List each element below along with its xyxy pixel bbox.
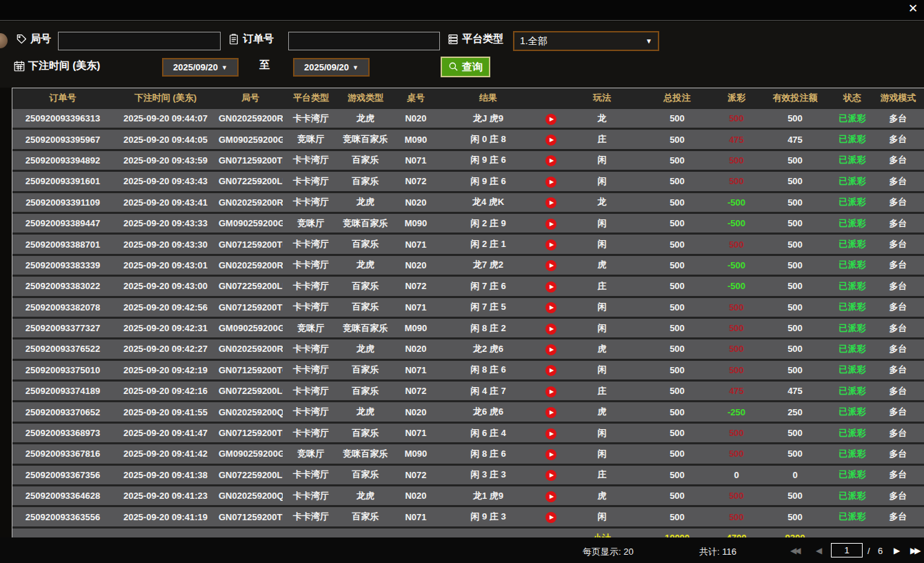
result-cell: 闲 8 庄 2 (440, 317, 536, 338)
replay-play-icon[interactable]: ▶ (545, 407, 556, 418)
platform-cell: 卡卡湾厅 (283, 234, 339, 255)
payout-cell: 500 (716, 234, 757, 255)
platform-cell: 卡卡湾厅 (283, 486, 339, 506)
replay-play-icon[interactable]: ▶ (545, 344, 556, 355)
replay-play-icon[interactable]: ▶ (545, 302, 556, 313)
replay-play-icon[interactable]: ▶ (545, 239, 556, 250)
payout-cell: -500 (716, 276, 757, 297)
replay-play-icon[interactable]: ▶ (545, 260, 556, 271)
prev-page-icon[interactable]: ◀ (816, 546, 820, 555)
game-type-cell: 竞咪百家乐 (339, 129, 392, 150)
order-cell: 250920093391109 (12, 192, 113, 213)
table-no-cell: M090 (392, 213, 440, 233)
replay-play-icon[interactable]: ▶ (545, 512, 556, 523)
play-cell: 闲 (565, 506, 639, 527)
platform-cell: 卡卡湾厅 (283, 276, 339, 297)
date-to-picker[interactable]: 2025/09/20 ▼ (293, 58, 370, 77)
order-cell: 250920093364628 (12, 486, 113, 506)
round-cell: GN071259200TQ (218, 234, 283, 255)
platform-cell: 卡卡湾厅 (283, 464, 339, 485)
column-header-11: 有效投注额 (757, 88, 833, 108)
replay-play-icon[interactable]: ▶ (545, 197, 556, 208)
date-from-picker[interactable]: 2025/09/20 ▼ (162, 58, 239, 77)
result-cell: 闲 8 庄 6 (440, 359, 536, 380)
order-number-input[interactable] (288, 32, 440, 50)
replay-play-icon[interactable]: ▶ (545, 449, 556, 460)
replay-play-icon[interactable]: ▶ (545, 155, 556, 166)
round-cell: GN072259200LB (218, 464, 283, 485)
table-no-cell: N020 (392, 339, 440, 359)
platform-type-select[interactable]: 1.全部 ▼ (513, 31, 659, 51)
chevron-down-icon: ▼ (352, 64, 359, 71)
replay-play-icon[interactable]: ▶ (545, 470, 556, 481)
replay-play-icon[interactable]: ▶ (545, 428, 556, 439)
table-row: 2509200933830222025-09-20 09:43:00GN0722… (12, 276, 924, 297)
search-button[interactable]: 查询 (441, 57, 490, 77)
table-row: 2509200933887012025-09-20 09:43:30GN0712… (12, 234, 924, 255)
replay-play-icon[interactable]: ▶ (545, 177, 556, 188)
next-page-icon[interactable]: ▶ (894, 546, 898, 555)
game-type-cell: 百家乐 (339, 150, 392, 170)
order-cell: 250920093374189 (12, 381, 113, 402)
close-icon[interactable]: ✕ (905, 1, 921, 17)
platform-cell: 卡卡湾厅 (283, 150, 339, 170)
tag-icon (15, 33, 28, 46)
replay-play-icon[interactable]: ▶ (545, 282, 556, 293)
column-header-6: 结果 (440, 88, 536, 108)
table-no-cell: N020 (392, 255, 440, 275)
replay-play-icon[interactable]: ▶ (545, 491, 556, 502)
round-cell: GN071259200TP (218, 297, 283, 317)
payout-cell: -500 (716, 255, 757, 275)
replay-play-icon[interactable]: ▶ (545, 365, 556, 376)
table-row: 2509200933646282025-09-20 09:41:23GN0202… (12, 486, 924, 506)
table-row: 2509200933820782025-09-20 09:42:56GN0712… (12, 297, 924, 317)
platform-type-value: 1.全部 (520, 35, 548, 48)
mode-cell: 多台 (872, 234, 924, 255)
replay-play-icon[interactable]: ▶ (545, 135, 556, 146)
payout-cell: 500 (716, 297, 757, 317)
status-cell: 已派彩 (833, 444, 872, 464)
platform-cell: 卡卡湾厅 (283, 381, 339, 402)
status-cell: 已派彩 (833, 255, 872, 275)
first-page-icon[interactable]: ◀◀ (790, 546, 799, 555)
game-type-cell: 百家乐 (339, 464, 392, 485)
game-type-cell: 竞咪百家乐 (339, 317, 392, 338)
table-row: 2509200933750102025-09-20 09:42:19GN0712… (12, 359, 924, 380)
time-cell: 2025-09-20 09:41:38 (113, 464, 218, 485)
order-cell: 250920093391601 (12, 171, 113, 192)
total-bet-cell: 500 (639, 464, 716, 485)
replay-cell: ▶ (536, 297, 565, 317)
play-cell: 虎 (565, 255, 639, 275)
play-cell: 庄 (565, 464, 639, 485)
total-bet-cell: 500 (639, 192, 716, 213)
result-cell: 龙J 虎9 (440, 108, 536, 129)
time-cell: 2025-09-20 09:43:01 (113, 255, 218, 275)
last-page-icon[interactable]: ▶▶ (910, 546, 918, 555)
order-cell: 250920093375010 (12, 359, 113, 380)
status-cell: 已派彩 (833, 402, 872, 422)
page-number-input[interactable] (831, 543, 863, 557)
game-type-cell: 龙虎 (339, 486, 392, 506)
game-type-cell: 百家乐 (339, 359, 392, 380)
status-cell: 已派彩 (833, 381, 872, 402)
total-bet-cell: 500 (639, 171, 716, 192)
table-no-cell: N071 (392, 359, 440, 380)
round-number-input[interactable] (58, 32, 221, 50)
replay-play-icon[interactable]: ▶ (545, 219, 556, 230)
platform-cell: 卡卡湾厅 (283, 422, 339, 443)
time-cell: 2025-09-20 09:42:56 (113, 297, 218, 317)
replay-play-icon[interactable]: ▶ (545, 386, 556, 397)
replay-play-icon[interactable]: ▶ (545, 114, 556, 125)
replay-cell: ▶ (536, 213, 565, 233)
payout-cell: 500 (716, 444, 757, 464)
status-cell: 已派彩 (833, 108, 872, 129)
round-cell: GM090259200GG (218, 444, 283, 464)
status-cell: 已派彩 (833, 359, 872, 380)
valid-bet-cell: 500 (757, 171, 833, 192)
replay-play-icon[interactable]: ▶ (545, 324, 556, 335)
table-header-row: 订单号下注时间 (美东)局号平台类型游戏类型桌号结果玩法总投注派彩有效投注额状态… (12, 88, 924, 108)
replay-cell: ▶ (536, 276, 565, 297)
round-number-label: 局号 (30, 32, 51, 46)
status-cell: 已派彩 (833, 317, 872, 338)
replay-cell: ▶ (536, 255, 565, 275)
